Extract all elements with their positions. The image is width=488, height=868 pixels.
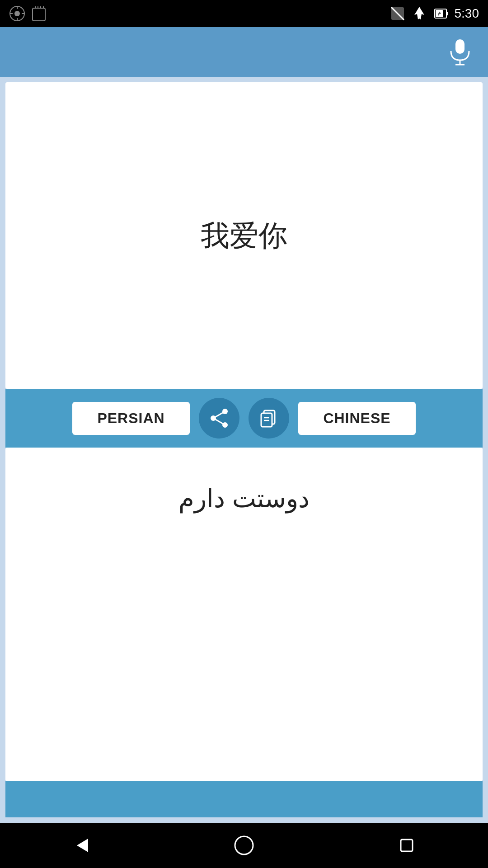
language-bar: PERSIAN CHINESE — [5, 389, 483, 448]
status-bar-left — [9, 5, 47, 22]
svg-line-24 — [213, 411, 225, 418]
back-button[interactable] — [63, 827, 99, 863]
source-text: 我爱你 — [183, 198, 305, 274]
status-time: 5:30 — [455, 6, 479, 21]
mic-button[interactable] — [446, 38, 474, 66]
copy-icon — [258, 408, 279, 429]
no-sim-icon — [389, 5, 406, 22]
share-button[interactable] — [199, 398, 239, 439]
translated-panel[interactable]: دوستت دارم — [5, 448, 483, 781]
copy-button[interactable] — [249, 398, 289, 439]
chinese-lang-button[interactable]: CHINESE — [298, 402, 416, 435]
recent-apps-button[interactable] — [389, 827, 425, 863]
svg-rect-18 — [455, 39, 465, 54]
svg-rect-14 — [446, 12, 448, 15]
share-icon — [209, 408, 230, 429]
battery-icon — [433, 5, 449, 22]
svg-point-1 — [14, 11, 20, 16]
status-bar-right: 5:30 — [389, 5, 479, 22]
airplane-icon — [411, 5, 427, 22]
source-panel[interactable]: 我爱你 — [5, 82, 483, 389]
svg-point-31 — [235, 836, 253, 854]
bottom-accent-bar — [5, 781, 483, 817]
translated-text: دوستت دارم — [160, 475, 328, 522]
svg-line-25 — [213, 418, 225, 425]
status-bar: 5:30 — [0, 0, 488, 27]
settings-icon — [9, 5, 25, 22]
home-button[interactable] — [226, 827, 262, 863]
app-toolbar — [0, 27, 488, 77]
persian-lang-button[interactable]: PERSIAN — [72, 402, 190, 435]
svg-marker-30 — [77, 839, 88, 852]
svg-rect-32 — [401, 840, 413, 851]
sd-card-icon — [31, 5, 47, 22]
nav-bar — [0, 823, 488, 868]
main-content: 我爱你 PERSIAN CHINESE دوستت دارم — [0, 77, 488, 823]
svg-rect-6 — [33, 8, 45, 21]
